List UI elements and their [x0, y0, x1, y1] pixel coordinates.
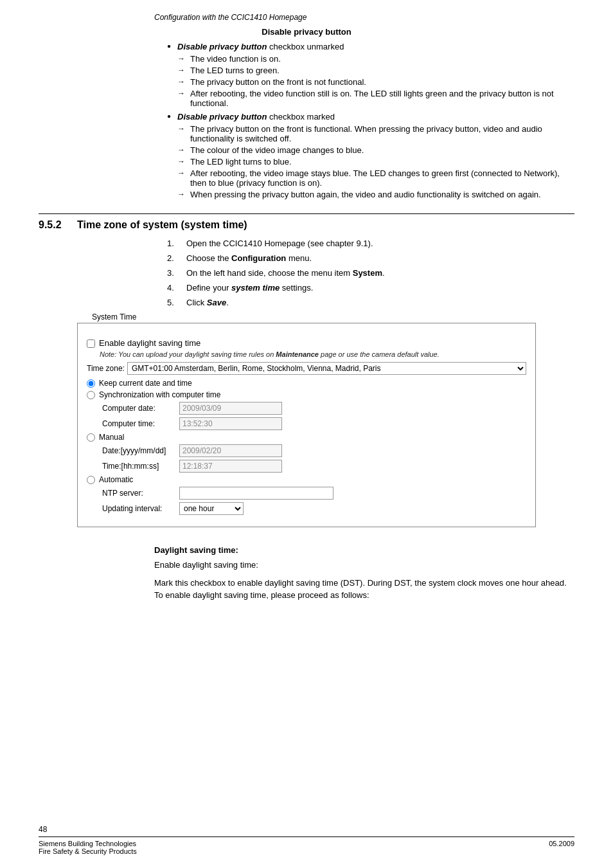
section-title-row: 9.5.2 Time zone of system (system time) [39, 219, 574, 231]
daylight-saving-checkbox[interactable] [87, 339, 95, 348]
steps-list: Open the CCIC1410 Homepage (see chapter … [167, 239, 574, 312]
bullet2-sub-list: The privacy button on the front is funct… [177, 124, 574, 199]
maintenance-bold: Maintenance [276, 350, 319, 358]
page-footer: Siemens Building Technologies Fire Safet… [39, 836, 574, 855]
daylight-checkbox-label: Enable daylight saving time [99, 338, 200, 348]
box-title-row: System Time [87, 325, 526, 334]
system-time-box: System Time Enable daylight saving time … [77, 323, 536, 527]
bullet2-rest: checkbox marked [267, 112, 335, 122]
step-5: Click Save. [167, 298, 574, 307]
step3-bold: System [353, 268, 382, 278]
computer-date-label: Computer date: [102, 404, 179, 413]
bullet-item-2: Disable privacy button checkbox marked T… [167, 112, 574, 199]
disable-privacy-list: Disable privacy button checkbox unmarked… [167, 42, 574, 203]
step5-bold: Save [207, 298, 226, 307]
timezone-label: Time zone: [87, 364, 125, 373]
step-3: On the left hand side, choose the menu i… [167, 268, 574, 278]
manual-date-row: Date:[yyyy/mm/dd] [102, 444, 526, 457]
daylight-body-heading: Daylight saving time: [154, 545, 574, 555]
bullet2-bold: Disable privacy button [177, 112, 267, 122]
updating-interval-row: Updating interval: one hour [102, 502, 526, 515]
sync-fields: Computer date: Computer time: [102, 402, 526, 430]
daylight-checkbox-row: Enable daylight saving time [87, 338, 526, 348]
section-divider [39, 213, 574, 214]
default-value-italic: default value. [397, 350, 439, 358]
sub-item-2-5: When pressing the privacy button again, … [177, 190, 574, 199]
section-number: 9.5.2 [39, 219, 77, 231]
step4-bold: system time [231, 283, 280, 293]
ntp-server-label: NTP server: [102, 489, 179, 498]
section-title: Time zone of system (system time) [77, 219, 247, 231]
timezone-row: Time zone: GMT+01:00 Amsterdam, Berlin, … [87, 362, 526, 375]
radio-keep-current-row: Keep current date and time [87, 379, 526, 388]
page-header: Configuration with the CCIC1410 Homepage [154, 13, 574, 22]
computer-time-input[interactable] [179, 417, 282, 430]
sub-item-1-2: The LED turns to green. [177, 66, 574, 75]
sub-item-1-4: After rebooting, the video function stil… [177, 89, 574, 108]
computer-date-input[interactable] [179, 402, 282, 415]
footer-company: Siemens Building Technologies Fire Safet… [39, 840, 137, 855]
footer-date: 05.2009 [549, 840, 574, 855]
manual-time-label: Time:[hh:mm:ss] [102, 462, 179, 471]
bullet-item-1: Disable privacy button checkbox unmarked… [167, 42, 574, 108]
manual-time-input[interactable] [179, 460, 282, 473]
manual-time-row: Time:[hh:mm:ss] [102, 460, 526, 473]
step-2: Choose the Configuration menu. [167, 253, 574, 263]
radio-sync-label: Synchronization with computer time [99, 390, 220, 399]
bullet1-bold: Disable privacy button [177, 42, 267, 51]
radio-keep-current-label: Keep current date and time [99, 379, 192, 388]
sub-item-2-3: The LED light turns to blue. [177, 157, 574, 167]
sub-item-2-1: The privacy button on the front is funct… [177, 124, 574, 143]
computer-time-label: Computer time: [102, 419, 179, 428]
automatic-fields: NTP server: Updating interval: one hour [102, 487, 526, 515]
sub-item-2-2: The colour of the video image changes to… [177, 145, 574, 155]
sub-item-1-1: The video function is on. [177, 54, 574, 64]
disable-privacy-heading: Disable privacy button [39, 27, 574, 37]
footer-company-line1: Siemens Building Technologies [39, 840, 137, 847]
bullet1-sub-list: The video function is on. The LED turns … [177, 54, 574, 108]
radio-sync[interactable] [87, 391, 95, 399]
manual-fields: Date:[yyyy/mm/dd] Time:[hh:mm:ss] [102, 444, 526, 473]
radio-sync-row: Synchronization with computer time [87, 390, 526, 399]
manual-date-input[interactable] [179, 444, 282, 457]
daylight-para1: Enable daylight saving time: [154, 559, 574, 572]
updating-interval-label: Updating interval: [102, 504, 179, 513]
step-1: Open the CCIC1410 Homepage (see chapter … [167, 239, 574, 248]
manual-date-label: Date:[yyyy/mm/dd] [102, 446, 179, 455]
ntp-server-row: NTP server: [102, 487, 526, 500]
step2-bold: Configuration [231, 253, 286, 263]
radio-automatic-label: Automatic [99, 475, 133, 484]
computer-time-row: Computer time: [102, 417, 526, 430]
daylight-para2: Mark this checkbox to enable daylight sa… [154, 577, 574, 602]
footer-company-line2: Fire Safety & Security Products [39, 847, 137, 855]
page-number: 48 [39, 825, 47, 834]
radio-automatic-row: Automatic [87, 475, 526, 484]
daylight-body-section: Daylight saving time: Enable daylight sa… [154, 545, 574, 607]
radio-manual[interactable] [87, 433, 95, 442]
radio-manual-label: Manual [99, 433, 124, 442]
step-4: Define your system time settings. [167, 283, 574, 293]
radio-manual-row: Manual [87, 433, 526, 442]
sub-item-2-4: After rebooting, the video image stays b… [177, 168, 574, 188]
sub-item-1-3: The privacy button on the front is not f… [177, 77, 574, 87]
updating-interval-select[interactable]: one hour [179, 502, 244, 515]
system-time-box-title: System Time [89, 312, 139, 321]
bullet1-rest: checkbox unmarked [267, 42, 344, 51]
radio-keep-current[interactable] [87, 379, 95, 388]
computer-date-row: Computer date: [102, 402, 526, 415]
timezone-select[interactable]: GMT+01:00 Amsterdam, Berlin, Rome, Stock… [127, 362, 526, 375]
daylight-note: Note: You can upload your daylight savin… [100, 350, 526, 358]
ntp-server-input[interactable] [179, 487, 333, 500]
radio-automatic[interactable] [87, 476, 95, 484]
